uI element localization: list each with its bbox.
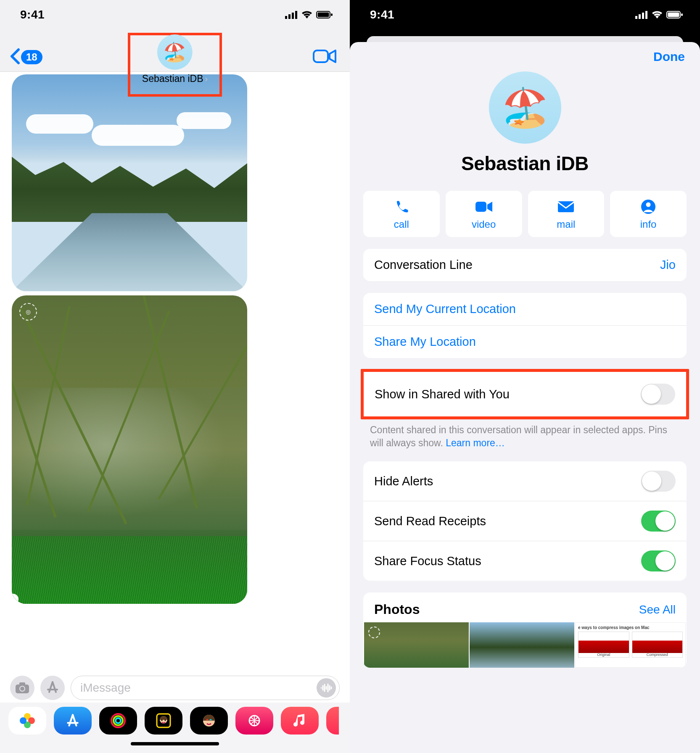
status-time: 9:41: [370, 8, 394, 21]
status-icons: [635, 11, 683, 19]
info-button[interactable]: info: [610, 191, 687, 237]
share-my-location-button[interactable]: Share My Location: [363, 325, 687, 358]
svg-rect-28: [645, 11, 647, 19]
svg-point-22: [164, 719, 166, 721]
chevron-left-icon: [9, 48, 20, 66]
received-photo-bubble[interactable]: ◎: [12, 295, 247, 604]
appstore-app-icon[interactable]: [54, 707, 92, 735]
received-photo-bubble[interactable]: [12, 74, 247, 291]
video-icon: [475, 197, 493, 216]
cellular-icon: [635, 11, 648, 19]
back-button[interactable]: 18: [9, 48, 42, 66]
svg-rect-25: [635, 16, 637, 19]
status-bar: 9:41: [350, 0, 700, 29]
done-button[interactable]: Done: [653, 50, 685, 64]
learn-more-link[interactable]: Learn more…: [446, 437, 505, 448]
back-unread-badge: 18: [21, 50, 42, 64]
svg-point-18: [116, 718, 121, 723]
chevron-right-icon: ›: [205, 74, 208, 84]
svg-rect-0: [285, 16, 287, 19]
row-label: Conversation Line: [374, 258, 473, 272]
action-label: mail: [557, 219, 575, 230]
shared-footer-note: Content shared in this conversation will…: [370, 424, 680, 450]
contact-name: Sebastian iDB: [142, 73, 203, 84]
thumb-label: Compressed: [632, 653, 683, 657]
see-all-button[interactable]: See All: [639, 603, 676, 616]
wifi-icon: [651, 11, 663, 19]
send-read-receipts-toggle[interactable]: [641, 511, 676, 532]
contact-header-button[interactable]: 🏖️ Sebastian iDB ›: [142, 34, 208, 84]
row-label: Send My Current Location: [374, 302, 516, 316]
send-current-location-button[interactable]: Send My Current Location: [363, 293, 687, 325]
phone-icon: [394, 197, 409, 216]
svg-point-21: [161, 719, 162, 721]
svg-rect-26: [639, 14, 641, 19]
camera-button[interactable]: [10, 676, 34, 700]
svg-point-15: [20, 717, 26, 724]
cellular-icon: [285, 11, 298, 19]
photo-location-icon: ◎: [19, 303, 37, 321]
conversation-line-section: Conversation Line Jio: [363, 249, 687, 281]
contact-details-sheet: Done 🏖️ Sebastian iDB call video mail in…: [350, 42, 700, 753]
photos-title: Photos: [374, 602, 420, 617]
battery-icon: [316, 11, 333, 19]
beach-umbrella-icon: 🏖️: [489, 71, 561, 144]
status-time: 9:41: [20, 8, 45, 21]
person-circle-icon: [640, 197, 656, 216]
compose-row: iMessage: [0, 671, 350, 703]
alerts-section: Hide Alerts Send Read Receipts Share Foc…: [363, 461, 687, 581]
photo-thumb[interactable]: [364, 622, 469, 668]
share-focus-status-row[interactable]: Share Focus Status: [363, 541, 687, 581]
svg-rect-5: [318, 13, 329, 17]
photo-thumb[interactable]: e ways to compress images on Mac Origina…: [575, 622, 686, 668]
message-placeholder: iMessage: [80, 681, 131, 695]
svg-rect-3: [295, 11, 297, 19]
chat-body[interactable]: ◎: [0, 72, 350, 671]
show-in-shared-row[interactable]: Show in Shared with You: [364, 372, 686, 416]
mail-button[interactable]: mail: [528, 191, 605, 237]
hide-alerts-row[interactable]: Hide Alerts: [363, 461, 687, 501]
conversation-line-row[interactable]: Conversation Line Jio: [363, 249, 687, 281]
hide-alerts-toggle[interactable]: [641, 471, 676, 492]
message-input[interactable]: iMessage: [71, 676, 340, 700]
status-bar: 9:41: [0, 0, 350, 29]
contact-hero: 🏖️ Sebastian iDB: [350, 64, 700, 178]
audio-message-button[interactable]: [317, 678, 336, 698]
show-in-shared-toggle[interactable]: [641, 384, 675, 405]
action-label: video: [472, 219, 496, 230]
svg-rect-6: [331, 13, 333, 16]
photo-location-icon: [368, 627, 380, 638]
thumb-label: Original: [578, 653, 629, 657]
photos-strip[interactable]: e ways to compress images on Mac Origina…: [363, 622, 687, 668]
app-drawer[interactable]: [0, 703, 350, 735]
status-icons: [285, 11, 333, 19]
photos-app-icon[interactable]: [8, 707, 46, 735]
action-label: info: [640, 219, 657, 230]
row-label: Share My Location: [374, 335, 476, 349]
home-indicator[interactable]: [0, 735, 350, 753]
photo-thumb[interactable]: [470, 622, 574, 668]
hashtag-images-app-icon[interactable]: [235, 707, 273, 735]
svg-rect-7: [314, 50, 328, 62]
fitness-app-icon[interactable]: [99, 707, 137, 735]
appstore-button[interactable]: [40, 676, 65, 700]
row-label: Show in Shared with You: [375, 387, 510, 401]
facetime-button[interactable]: [313, 48, 336, 66]
row-value: Jio: [660, 258, 676, 272]
phone-left: 9:41 18: [0, 0, 350, 753]
beach-umbrella-icon: 🏖️: [157, 34, 193, 70]
svg-rect-31: [681, 13, 683, 16]
contact-actions: call video mail info: [363, 191, 687, 237]
call-button[interactable]: call: [363, 191, 440, 237]
animoji-app-icon[interactable]: [190, 707, 228, 735]
music-app-icon[interactable]: [281, 707, 319, 735]
svg-point-35: [646, 203, 651, 207]
share-focus-status-toggle[interactable]: [641, 550, 676, 571]
svg-rect-1: [288, 14, 291, 19]
send-read-receipts-row[interactable]: Send Read Receipts: [363, 501, 687, 541]
video-button[interactable]: video: [446, 191, 522, 237]
partial-app-icon[interactable]: [326, 707, 339, 735]
row-label: Share Focus Status: [374, 554, 481, 568]
memoji-app-icon[interactable]: [145, 707, 182, 735]
wifi-icon: [301, 11, 313, 19]
